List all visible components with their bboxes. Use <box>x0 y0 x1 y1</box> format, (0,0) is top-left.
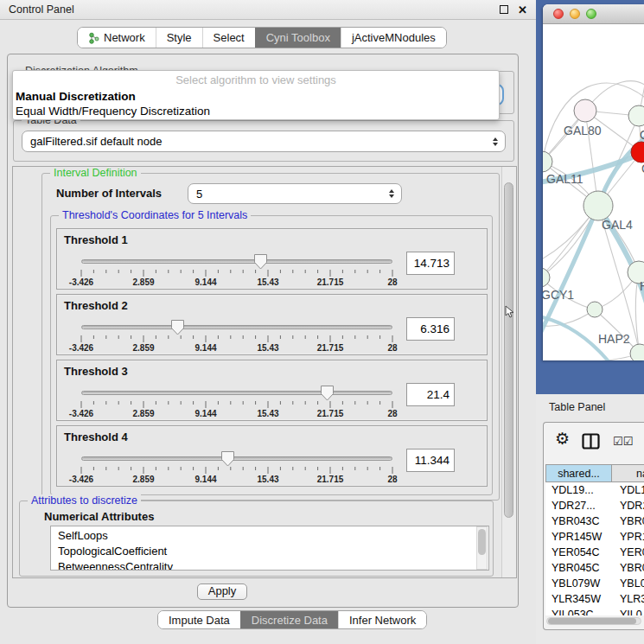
table-row[interactable]: YBL079WYBL0 <box>545 576 644 591</box>
checkbox-icons[interactable]: ☑☑ <box>613 435 633 448</box>
threshold-2-value-field[interactable]: 6.316 <box>406 317 455 341</box>
node-upper-right[interactable] <box>628 105 644 126</box>
slider-thumb-icon[interactable] <box>254 254 267 270</box>
threshold-1-slider[interactable]: -3.4262.8599.14415.4321.71528 <box>74 252 455 290</box>
tab-jactivemnodules[interactable]: jActiveMNodules <box>341 28 446 48</box>
slider-tick-label: 2.859 <box>118 343 169 353</box>
slider-tick-label: -3.426 <box>55 343 107 353</box>
network-canvas[interactable]: GAL80GACGAL11GAL4HGCY1HAP2 <box>543 24 644 360</box>
table-cell: YDR2 <box>612 500 644 512</box>
threshold-3-row: Threshold 3-3.4262.8599.14415.4321.71528… <box>56 360 488 421</box>
table-header-row: shared...na... <box>545 464 644 482</box>
slider-ticks <box>74 467 403 475</box>
table-row[interactable]: YBR043CYBR0 <box>545 513 644 529</box>
attributes-to-discretize-group: Attributes to discretize Numerical Attri… <box>19 501 494 577</box>
table-row[interactable]: YDL19...YDL1 <box>545 482 644 498</box>
threshold-3-value-field[interactable]: 21.4 <box>406 383 455 406</box>
table-cell: YDL19... <box>545 484 612 496</box>
slider-tick-label: -3.426 <box>55 277 107 287</box>
table-data-combobox[interactable]: galFiltered.sif default node <box>22 131 506 152</box>
table-cell: YPR145W <box>545 531 612 543</box>
tab-cyni-toolbox[interactable]: Cyni Toolbox <box>255 28 341 48</box>
slider-tick-label: 9.144 <box>180 409 232 418</box>
threshold-1-value-field[interactable]: 14.713 <box>406 252 455 275</box>
slider-tick-label: 2.859 <box>118 409 169 418</box>
table-cell: YDR27... <box>545 500 612 512</box>
float-window-icon[interactable] <box>500 5 508 14</box>
algorithm-option-manual-discretization[interactable]: Manual Discretization <box>13 89 499 104</box>
bottom-tab-label: Discretize Data <box>252 614 328 627</box>
table-row[interactable]: YPR145WYPR1 <box>545 529 644 545</box>
tab-label: Cyni Toolbox <box>266 31 330 44</box>
settings-vertical-scrollbar[interactable] <box>501 167 516 577</box>
table-cell: YER0 <box>612 546 644 558</box>
threshold-label: Threshold 1 <box>64 233 128 246</box>
table-row[interactable]: YIL053CYIL0 <box>545 607 644 615</box>
node-HAP2[interactable] <box>587 302 603 317</box>
slider-thumb-icon[interactable] <box>171 320 184 335</box>
slider-tick-label: -3.426 <box>55 409 107 418</box>
threshold-4-value-field[interactable]: 11.344 <box>406 449 455 472</box>
threshold-2-slider[interactable]: -3.4262.8599.14415.4321.71528 <box>74 317 455 355</box>
apply-button[interactable]: Apply <box>197 583 247 600</box>
bottom-tab-infer-network[interactable]: Infer Network <box>338 611 426 628</box>
zoom-traffic-light-icon[interactable] <box>586 9 596 19</box>
table-panel: Table Panel ⚙ ☑☑ shared...na... YDL19...… <box>536 394 644 644</box>
number-of-intervals-combobox[interactable]: 5 <box>188 183 402 204</box>
threshold-coordinates-group: Threshold's Coordinates for 5 Intervals … <box>50 215 493 495</box>
slider-tick-label: 21.715 <box>304 343 356 353</box>
table-panel-box: ⚙ ☑☑ shared...na... YDL19...YDL1YDR27...… <box>543 422 644 630</box>
table-column-header-1[interactable]: shared... <box>545 464 612 482</box>
slider-tick-label: 21.715 <box>304 475 356 484</box>
table-row[interactable]: YBR045CYBR0 <box>545 560 644 576</box>
attribute-item-selfloops[interactable]: SelfLoops <box>58 528 488 544</box>
threshold-4-slider[interactable]: -3.4262.8599.14415.4321.71528 <box>74 449 455 487</box>
cyni-settings-panel: Discretization Algorithm Select algorith… <box>7 54 519 608</box>
numerical-attributes-label: Numerical Attributes <box>44 510 154 523</box>
bottom-tab-impute-data[interactable]: Impute Data <box>158 611 240 628</box>
minimize-traffic-light-icon[interactable] <box>570 9 580 19</box>
table-rows: YDL19...YDL1YDR27...YDR2YBR043CYBR0YPR14… <box>545 482 644 615</box>
number-of-intervals-label: Number of Intervals <box>56 187 162 200</box>
split-columns-icon[interactable] <box>582 433 600 450</box>
node-GAL4[interactable] <box>583 191 613 220</box>
table-column-header-2[interactable]: na... <box>612 464 644 482</box>
table-row[interactable]: YDR27...YDR2 <box>545 498 644 513</box>
numerical-attributes-list[interactable]: SelfLoopsTopologicalCoefficientBetweenne… <box>50 526 489 571</box>
table-cell: YBL079W <box>545 577 612 590</box>
slider-tick-label: 9.144 <box>180 343 232 353</box>
slider-thumb-icon[interactable] <box>221 451 234 467</box>
attributes-list-scrollbar[interactable] <box>476 526 488 570</box>
network-icon <box>88 32 99 44</box>
attribute-item-betweennesscentrality[interactable]: BetweennessCentrality <box>58 559 488 571</box>
network-window-titlebar <box>543 4 644 24</box>
slider-tick-label: 28 <box>367 277 418 287</box>
slider-thumb-icon[interactable] <box>321 386 334 401</box>
network-window[interactable]: GAL80GACGAL11GAL4HGCY1HAP2 <box>543 4 644 360</box>
threshold-2-row: Threshold 2-3.4262.8599.14415.4321.71528… <box>56 294 488 355</box>
threshold-label: Threshold 3 <box>64 365 128 378</box>
algorithm-option-equal-width-frequency-discretization[interactable]: Equal Width/Frequency Discretization <box>13 104 499 118</box>
gear-icon[interactable]: ⚙ <box>555 430 570 447</box>
network-node-label: GCY1 <box>543 288 574 302</box>
threshold-4-row: Threshold 4-3.4262.8599.14415.4321.71528… <box>56 425 488 487</box>
slider-tick-label: 9.144 <box>180 277 232 287</box>
node-bottom-right[interactable] <box>630 344 644 360</box>
node-GAL80[interactable] <box>574 99 596 122</box>
interval-definition-group-label: Interval Definition <box>50 167 141 179</box>
slider-tick-label: 2.859 <box>118 277 169 287</box>
table-row[interactable]: YER054CYER0 <box>545 545 644 560</box>
tab-label: jActiveMNodules <box>352 31 436 44</box>
close-icon[interactable]: ✕ <box>518 4 527 16</box>
tab-select[interactable]: Select <box>202 28 255 48</box>
attribute-item-topologicalcoefficient[interactable]: TopologicalCoefficient <box>58 544 488 559</box>
close-traffic-light-icon[interactable] <box>553 9 564 19</box>
tab-network[interactable]: Network <box>78 28 156 48</box>
table-row[interactable]: YLR345WYLR3 <box>545 591 644 607</box>
bottom-tab-discretize-data[interactable]: Discretize Data <box>240 611 338 628</box>
table-horizontal-scrollbar[interactable] <box>546 617 641 625</box>
tab-style[interactable]: Style <box>156 28 202 48</box>
combo-stepper-icon <box>493 137 498 146</box>
threshold-3-slider[interactable]: -3.4262.8599.14415.4321.71528 <box>74 383 455 421</box>
network-node-label: GA <box>640 128 644 142</box>
